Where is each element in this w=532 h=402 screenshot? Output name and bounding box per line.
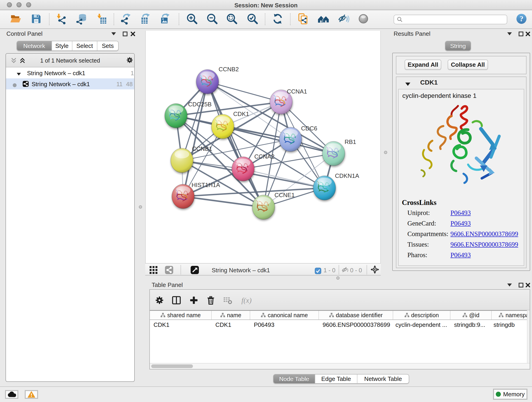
string-view-icon[interactable]	[165, 265, 174, 274]
table-row[interactable]: CDK1 CDK1 P06493 9606.ENSP00000378699 cy…	[150, 320, 530, 330]
left-splitter-handle[interactable]	[139, 205, 142, 209]
warning-status-button[interactable]	[25, 390, 38, 399]
crosslink-value[interactable]: 9606.ENSP00000378699	[450, 230, 518, 238]
network-node[interactable]	[196, 70, 219, 94]
cell-database-identifier[interactable]: 9606.ENSP00000378699	[319, 320, 392, 330]
save-session-icon[interactable]	[30, 13, 42, 25]
table-settings-gear-icon[interactable]	[155, 296, 164, 305]
network-edge[interactable]	[183, 196, 264, 207]
tab-edge-table[interactable]: Edge Table	[315, 375, 357, 383]
hide-selected-icon[interactable]	[338, 13, 350, 25]
column-header[interactable]: description	[393, 311, 450, 319]
cloud-status-button[interactable]	[5, 390, 18, 399]
import-network-icon[interactable]	[56, 13, 68, 25]
network-view-canvas[interactable]: CCNB2CCNA1CDC25BCDK1CDC6RB1CCNB1CCNA2CDK…	[145, 31, 381, 263]
export-network-icon[interactable]	[120, 13, 132, 25]
help-button[interactable]: ?	[515, 13, 527, 25]
column-header[interactable]: name	[212, 311, 250, 319]
refresh-icon[interactable]	[272, 13, 284, 25]
crosslink-value[interactable]: P06493	[450, 251, 471, 259]
import-table-icon[interactable]	[96, 13, 108, 25]
tab-network[interactable]: Network	[17, 41, 52, 51]
network-node[interactable]	[322, 141, 345, 166]
import-database-icon[interactable]	[76, 13, 88, 25]
crosshair-icon[interactable]	[370, 265, 380, 274]
memory-button[interactable]: Memory	[493, 389, 527, 400]
function-builder-icon[interactable]: f(x)	[240, 296, 253, 305]
network-node[interactable]	[172, 184, 194, 209]
delete-column-icon[interactable]	[206, 296, 215, 305]
control-panel-close-icon[interactable]	[130, 31, 136, 37]
tab-string[interactable]: String	[445, 41, 471, 51]
birds-eye-view-icon[interactable]	[190, 265, 199, 274]
crosslink-value[interactable]: 9606.ENSP00000378699	[450, 241, 518, 248]
tab-style[interactable]: Style	[52, 41, 72, 51]
column-header[interactable]: namespace	[492, 311, 530, 319]
cell-shared-name[interactable]: CDK1	[150, 320, 212, 330]
crosslink-value[interactable]: P06493	[450, 220, 471, 227]
tree-expand-icon[interactable]	[16, 71, 22, 77]
gene-section-header[interactable]: CDK1	[396, 77, 526, 89]
network-edge[interactable]	[243, 169, 324, 188]
collapse-all-button[interactable]: Collapse All	[448, 60, 488, 70]
bottom-splitter-handle[interactable]	[336, 276, 340, 280]
section-collapse-icon[interactable]	[405, 81, 411, 88]
results-panel-float-icon[interactable]	[518, 31, 524, 37]
table-panel-float-icon[interactable]	[518, 282, 524, 288]
cell-description[interactable]: cyclin-dependent ...	[392, 320, 450, 330]
control-panel-float-icon[interactable]	[122, 31, 128, 37]
network-options-gear-icon[interactable]	[127, 57, 133, 63]
tab-sets[interactable]: Sets	[97, 41, 118, 51]
zoom-out-icon[interactable]	[206, 13, 218, 25]
column-header[interactable]: @id	[450, 311, 492, 319]
results-panel-tabs: String	[445, 41, 471, 51]
selected-checkbox-icon[interactable]	[313, 266, 323, 275]
export-table-icon[interactable]	[140, 13, 152, 25]
table-vertical-scrollbar[interactable]	[527, 310, 530, 363]
grid-view-icon[interactable]	[149, 265, 158, 274]
column-header[interactable]: shared name	[150, 311, 212, 319]
control-panel-menu-icon[interactable]	[110, 31, 117, 37]
cell-id[interactable]: stringdb:9...	[450, 320, 490, 330]
network-node[interactable]	[211, 114, 234, 139]
tab-network-table[interactable]: Network Table	[357, 375, 409, 383]
open-session-icon[interactable]	[10, 13, 22, 25]
title-bar: Session: New Session	[0, 0, 532, 10]
column-header[interactable]: canonical name	[250, 311, 319, 319]
crosslink-value[interactable]: P06493	[450, 209, 471, 217]
network-node[interactable]	[232, 157, 254, 181]
cell-name[interactable]: CDK1	[212, 320, 250, 330]
network-node[interactable]	[313, 176, 336, 200]
zoom-in-icon[interactable]	[186, 13, 198, 25]
network-edge[interactable]	[183, 82, 207, 196]
show-hidden-eye-icon[interactable]	[357, 13, 369, 25]
results-panel-close-icon[interactable]	[525, 31, 531, 37]
home-networks-icon[interactable]	[317, 13, 329, 25]
network-node[interactable]	[165, 104, 187, 128]
add-column-icon[interactable]	[189, 296, 198, 305]
expand-all-button[interactable]: Expand All	[405, 60, 441, 70]
column-header[interactable]: database identifier	[319, 311, 393, 319]
network-node[interactable]	[279, 127, 302, 152]
clipboard-network-icon[interactable]	[297, 13, 309, 25]
tab-node-table[interactable]: Node Table	[273, 375, 315, 383]
scrollbar-thumb[interactable]	[151, 364, 193, 368]
cell-namespace[interactable]: stringdb	[490, 320, 529, 330]
network-collection-row[interactable]: String Network – cdk1 1	[6, 67, 134, 78]
export-image-icon[interactable]	[159, 13, 171, 25]
network-node[interactable]	[171, 148, 193, 172]
table-panel-menu-icon[interactable]	[506, 282, 513, 288]
network-node[interactable]	[252, 195, 275, 219]
cell-canonical-name[interactable]: P06493	[250, 320, 319, 330]
zoom-selected-icon[interactable]	[247, 13, 259, 25]
show-columns-icon[interactable]	[172, 296, 181, 305]
table-horizontal-scrollbar[interactable]	[150, 363, 530, 369]
tab-select[interactable]: Select	[72, 41, 97, 51]
delete-table-icon[interactable]	[223, 296, 232, 305]
search-input[interactable]	[394, 15, 507, 24]
table-panel-close-icon[interactable]	[525, 282, 531, 288]
results-panel-menu-icon[interactable]	[506, 31, 513, 37]
right-splitter-handle[interactable]	[384, 151, 387, 154]
zoom-fit-icon[interactable]	[226, 13, 238, 25]
network-row[interactable]: String Network – cdk1 11 48	[6, 78, 134, 89]
